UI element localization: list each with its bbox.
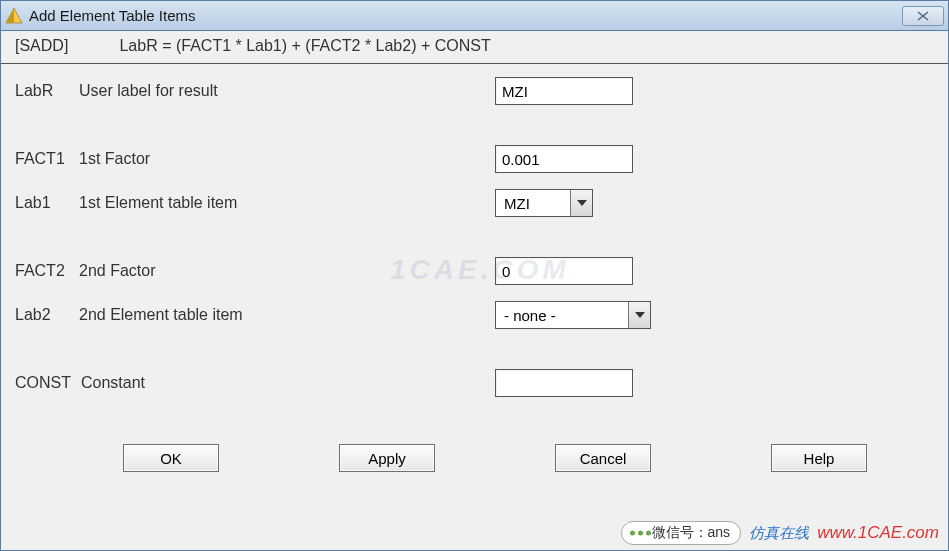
app-icon (5, 7, 23, 25)
lab2-text: 2nd Element table item (79, 306, 243, 324)
apply-button[interactable]: Apply (339, 444, 435, 472)
label-fact1: FACT1 1st Factor (15, 150, 495, 168)
const-text: Constant (81, 374, 145, 392)
const-input[interactable] (495, 369, 633, 397)
row-labr: LabR User label for result (15, 74, 934, 108)
lab2-select[interactable]: - none - (495, 301, 651, 329)
label-labr: LabR User label for result (15, 82, 495, 100)
window-title: Add Element Table Items (29, 7, 902, 24)
fact1-key: FACT1 (15, 150, 69, 168)
fact2-input[interactable] (495, 257, 633, 285)
row-lab1: Lab1 1st Element table item MZI (15, 186, 934, 220)
ok-button[interactable]: OK (123, 444, 219, 472)
svg-marker-3 (635, 312, 645, 318)
lab1-text: 1st Element table item (79, 194, 237, 212)
fact1-text: 1st Factor (79, 150, 150, 168)
label-lab2: Lab2 2nd Element table item (15, 306, 495, 324)
lab1-value: MZI (496, 190, 570, 216)
svg-marker-2 (577, 200, 587, 206)
close-icon (917, 7, 929, 25)
lab1-key: Lab1 (15, 194, 69, 212)
labr-input[interactable] (495, 77, 633, 105)
form-content: LabR User label for result FACT1 1st Fac… (1, 64, 948, 550)
row-fact2: FACT2 2nd Factor (15, 254, 934, 288)
cancel-button[interactable]: Cancel (555, 444, 651, 472)
command-name: [SADD] (15, 37, 115, 55)
row-lab2: Lab2 2nd Element table item - none - (15, 298, 934, 332)
chevron-down-icon (570, 190, 592, 216)
row-fact1: FACT1 1st Factor (15, 142, 934, 176)
labr-text: User label for result (79, 82, 218, 100)
button-row: OK Apply Cancel Help (15, 434, 934, 472)
labr-key: LabR (15, 82, 69, 100)
label-fact2: FACT2 2nd Factor (15, 262, 495, 280)
formula-bar: [SADD] LabR = (FACT1 * Lab1) + (FACT2 * … (1, 31, 948, 64)
fact2-key: FACT2 (15, 262, 69, 280)
fact2-text: 2nd Factor (79, 262, 155, 280)
label-const: CONST Constant (15, 374, 495, 392)
dialog-window: Add Element Table Items [SADD] LabR = (F… (0, 0, 949, 551)
fact1-input[interactable] (495, 145, 633, 173)
formula-expression: LabR = (FACT1 * Lab1) + (FACT2 * Lab2) +… (119, 37, 490, 54)
lab2-key: Lab2 (15, 306, 69, 324)
lab1-select[interactable]: MZI (495, 189, 593, 217)
label-lab1: Lab1 1st Element table item (15, 194, 495, 212)
chevron-down-icon (628, 302, 650, 328)
lab2-value: - none - (496, 302, 628, 328)
const-key: CONST (15, 374, 71, 392)
row-const: CONST Constant (15, 366, 934, 400)
help-button[interactable]: Help (771, 444, 867, 472)
close-button[interactable] (902, 6, 944, 26)
titlebar: Add Element Table Items (1, 1, 948, 31)
